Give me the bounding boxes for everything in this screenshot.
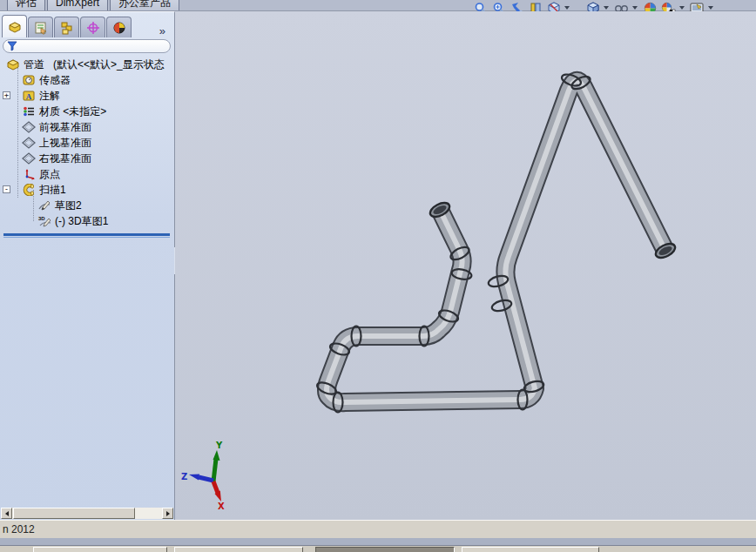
tree-item-material[interactable]: 材质 <未指定> — [0, 104, 173, 119]
tree-item-front-plane[interactable]: 前视基准面 — [0, 119, 173, 135]
windows-taskbar — [0, 546, 756, 552]
sketch-3d-icon: 3D — [37, 215, 51, 227]
taskbar-button[interactable] — [462, 547, 599, 552]
plane-icon — [22, 137, 36, 149]
tab-dimxpertmanager[interactable] — [80, 17, 105, 37]
tab-displaymanager[interactable] — [106, 17, 132, 37]
filter-funnel-icon — [7, 41, 17, 51]
triad-y-label: Y — [215, 441, 223, 450]
tree-filter-box[interactable] — [3, 39, 171, 53]
rollback-bar[interactable] — [3, 233, 170, 236]
view-orientation-caret[interactable] — [564, 6, 570, 10]
pipe-model-svg: Y Z X — [175, 11, 756, 520]
tree-item-annotations[interactable]: + A 注解 — [0, 88, 173, 104]
origin-icon — [22, 168, 36, 180]
tree-item-origin[interactable]: 原点 — [0, 166, 173, 182]
svg-text:3D: 3D — [38, 216, 45, 221]
viewport-canvas[interactable]: Y Z X — [175, 11, 756, 520]
material-icon — [22, 105, 36, 118]
tree-item-top-plane[interactable]: 上视基准面 — [0, 135, 173, 151]
panel-tab-bar: » — [2, 15, 172, 37]
tab-evaluate[interactable]: 评估 — [7, 0, 45, 11]
part-icon — [6, 58, 20, 71]
tree-item-sensors[interactable]: 传感器 — [0, 72, 173, 88]
root-config: (默认<<默认>_显示状态 — [53, 57, 165, 72]
tab-dimxpert[interactable]: DimXpert — [47, 0, 108, 11]
plane-icon — [22, 121, 36, 133]
display-style-caret[interactable] — [604, 6, 609, 10]
scroll-left-button[interactable] — [1, 508, 12, 519]
triad-z-label: Z — [181, 472, 187, 481]
featuremanager-panel: » 管道 (默认<<默认>_显示状态 传感器 + — [0, 11, 175, 520]
scroll-right-button[interactable] — [162, 508, 173, 519]
screen-options-caret[interactable] — [708, 6, 713, 10]
expand-box[interactable]: + — [3, 91, 10, 99]
taskbar-button[interactable] — [174, 547, 303, 552]
panel-tabs-more[interactable]: » — [159, 24, 172, 37]
root-name: 管道 — [24, 57, 44, 72]
annotations-icon: A — [22, 90, 36, 102]
tree-item-part-root[interactable]: 管道 (默认<<默认>_显示状态 — [0, 57, 173, 72]
triad-x-label: X — [218, 502, 225, 511]
tab-featuremanager-tree[interactable] — [2, 15, 27, 37]
tree-item-3dsketch1[interactable]: 3D (-) 3D草图1 — [0, 213, 173, 229]
tree-item-sweep1[interactable]: - 扫描1 — [0, 182, 173, 198]
tab-office-products[interactable]: 办公室产品 — [110, 0, 179, 11]
svg-text:A: A — [26, 92, 32, 101]
status-bar: n 2012 — [0, 520, 756, 538]
tree-item-sketch2[interactable]: 草图2 — [0, 198, 173, 213]
panel-horizontal-scrollbar[interactable] — [1, 508, 173, 519]
sweep-icon — [22, 184, 36, 196]
view-settings-caret[interactable] — [679, 6, 685, 10]
solidworks-window: 评估 DimXpert 办公室产品 — [0, 0, 756, 552]
scrollbar-thumb[interactable] — [13, 508, 135, 519]
sketch-icon — [37, 199, 51, 212]
sensors-icon — [22, 74, 36, 86]
tab-configurationmanager[interactable] — [54, 17, 79, 37]
taskbar-button[interactable] — [33, 547, 167, 552]
taskbar-button-active[interactable] — [315, 547, 455, 552]
feature-tree: 管道 (默认<<默认>_显示状态 传感器 + A 注解 材 — [0, 57, 173, 229]
status-text: n 2012 — [3, 523, 35, 535]
tree-item-right-plane[interactable]: 右视基准面 — [0, 151, 173, 166]
plane-icon — [22, 152, 36, 165]
window-bottom-edge — [0, 538, 756, 546]
collapse-box[interactable]: - — [3, 185, 10, 193]
hide-show-items-caret[interactable] — [632, 6, 638, 10]
tab-propertymanager[interactable] — [28, 17, 53, 37]
